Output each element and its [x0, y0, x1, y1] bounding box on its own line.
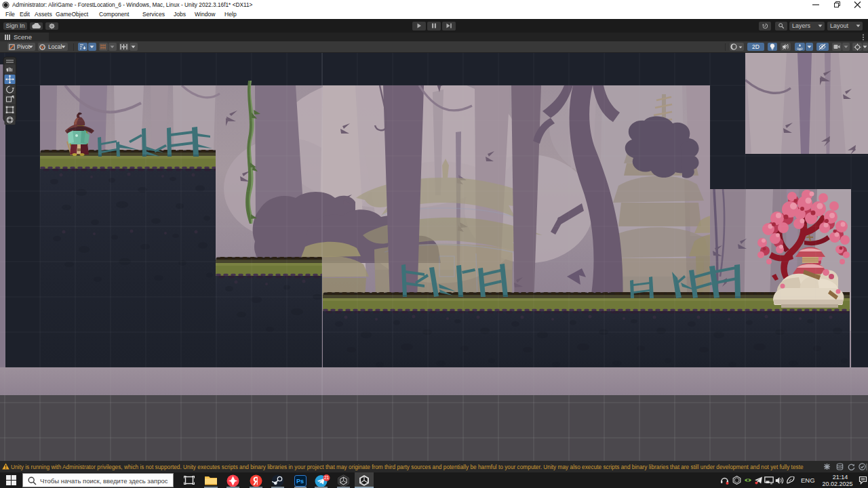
svg-text:Ps: Ps — [296, 478, 304, 485]
svg-text:21: 21 — [324, 475, 330, 480]
